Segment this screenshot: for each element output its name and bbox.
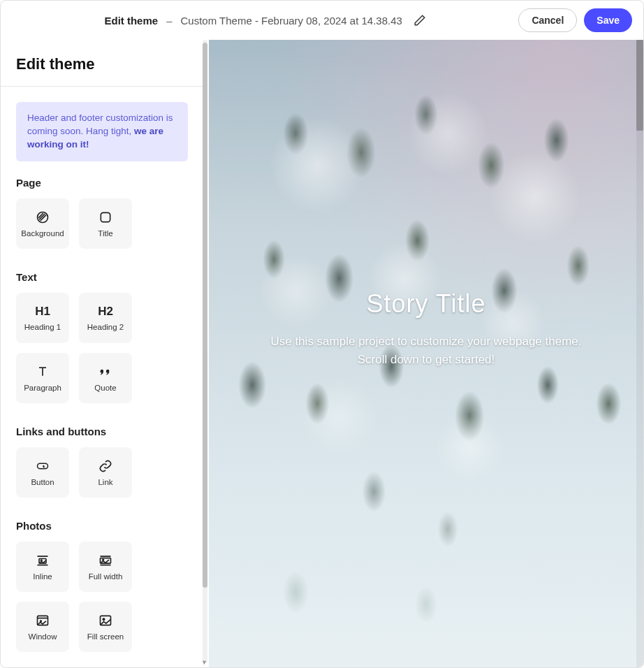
sidebar-scrollbar[interactable] — [203, 40, 207, 663]
preview-scrollbar[interactable] — [636, 40, 643, 667]
section-title: Photos — [16, 520, 188, 532]
scrollbar-thumb[interactable] — [203, 43, 207, 588]
window-icon — [35, 613, 50, 628]
tile-label: Background — [21, 229, 64, 238]
tile-label: Heading 1 — [24, 323, 61, 331]
header-title-group: Edit theme – Custom Theme - February 08,… — [12, 14, 518, 27]
pencil-icon[interactable] — [414, 14, 426, 27]
preview-content: Story Title Use this sample project to c… — [230, 289, 622, 368]
h1-icon: H1 — [35, 305, 50, 319]
tile-inline[interactable]: Inline — [16, 542, 69, 592]
inline-icon — [35, 553, 50, 568]
section-title: Links and buttons — [16, 426, 188, 437]
svg-point-18 — [41, 620, 42, 622]
section-title: Text — [16, 271, 188, 283]
quote-icon — [98, 364, 113, 379]
tile-heading2[interactable]: H2 Heading 2 — [79, 293, 132, 343]
fullwidth-icon — [98, 553, 113, 568]
preview-pane: Story Title Use this sample project to c… — [209, 40, 643, 667]
preview-scrollbar-thumb[interactable] — [636, 40, 643, 131]
svg-rect-4 — [101, 212, 110, 222]
tile-label: Button — [31, 478, 54, 486]
tile-label: Link — [98, 478, 112, 486]
scroll-down-icon[interactable]: ▼ — [201, 660, 209, 665]
hatch-icon — [35, 210, 50, 225]
sidebar-title: Edit theme — [1, 40, 203, 86]
svg-point-14 — [103, 559, 104, 560]
header-title: Edit theme — [104, 15, 158, 27]
section-page: Page Background — [1, 177, 203, 267]
header-separator: – — [166, 15, 172, 27]
header-actions: Cancel Save — [518, 8, 632, 32]
tile-fillscreen[interactable]: Fill screen — [79, 602, 132, 652]
tile-label: Heading 2 — [87, 323, 124, 331]
text-icon — [35, 364, 50, 379]
svg-point-20 — [103, 618, 105, 620]
tile-fullwidth[interactable]: Full width — [79, 542, 132, 592]
tile-label: Quote — [94, 384, 116, 392]
link-icon — [98, 458, 113, 474]
tile-label: Window — [29, 632, 57, 641]
tile-label: Paragraph — [24, 384, 61, 392]
preview-description: Use this sample project to customize you… — [230, 333, 622, 368]
tile-link[interactable]: Link — [79, 447, 132, 498]
svg-point-10 — [41, 560, 43, 561]
tile-label: Full width — [89, 572, 123, 581]
tile-title[interactable]: Title — [79, 198, 132, 249]
sidebar: Edit theme Header and footer customizati… — [1, 40, 203, 667]
app-header: Edit theme – Custom Theme - February 08,… — [1, 1, 643, 40]
tile-label: Inline — [33, 572, 52, 581]
tile-button[interactable]: Button — [16, 447, 69, 498]
button-icon — [35, 458, 50, 474]
cancel-button[interactable]: Cancel — [518, 8, 577, 32]
header-subtitle: Custom Theme - February 08, 2024 at 14.3… — [181, 15, 402, 27]
tile-label: Title — [98, 229, 112, 238]
section-links: Links and buttons Button — [1, 426, 203, 516]
title-icon — [98, 210, 113, 225]
notice-banner: Header and footer customization is comin… — [16, 102, 188, 161]
tile-paragraph[interactable]: Paragraph — [16, 353, 69, 403]
divider — [1, 86, 203, 87]
tile-quote[interactable]: Quote — [79, 353, 132, 403]
tile-window[interactable]: Window — [16, 602, 69, 652]
section-title: Page — [16, 177, 188, 189]
fillscreen-icon — [98, 613, 113, 628]
section-photos: Photos Inline — [1, 520, 203, 667]
tile-label: Fill screen — [87, 632, 124, 641]
h2-icon: H2 — [98, 305, 113, 319]
save-button[interactable]: Save — [584, 8, 632, 32]
tile-heading1[interactable]: H1 Heading 1 — [16, 293, 69, 343]
section-text: Text H1 Heading 1 H2 Heading 2 — [1, 271, 203, 421]
preview-title: Story Title — [230, 289, 622, 319]
tile-background[interactable]: Background — [16, 198, 69, 249]
